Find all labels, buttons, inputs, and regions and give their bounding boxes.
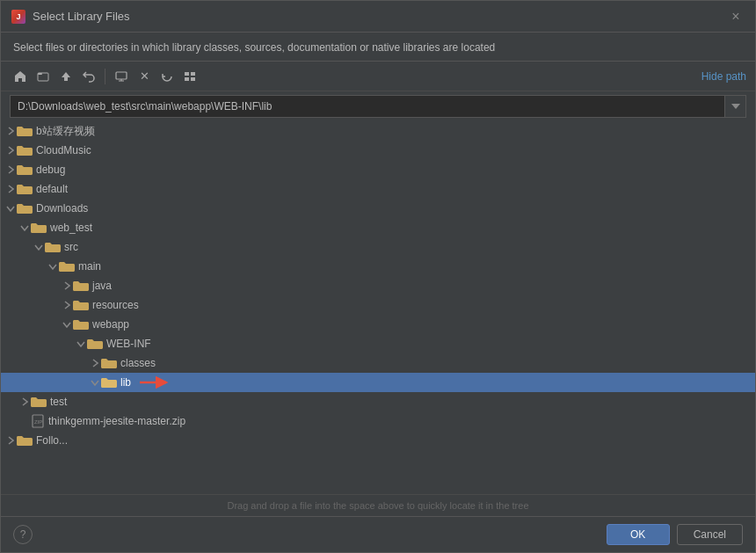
svg-rect-5 [185, 77, 189, 81]
tree-item[interactable]: main [1, 257, 755, 276]
toolbar-separator [105, 69, 105, 84]
up-button[interactable] [55, 66, 76, 87]
tree-item-label: src [64, 241, 78, 253]
tree-item-label: WEB-INF [106, 338, 151, 350]
chevron-icon [4, 433, 17, 447]
folder-icon [73, 280, 89, 292]
tree-item-label: thinkgemm-jeesite-master.zip [48, 415, 185, 427]
zip-icon: ZIP [31, 414, 45, 428]
folder-icon [73, 318, 89, 331]
svg-rect-2 [116, 72, 127, 79]
chevron-icon [88, 376, 102, 389]
folder-icon [31, 222, 47, 234]
chevron-icon [4, 143, 17, 157]
tree-item-label: classes [120, 357, 156, 369]
folder-icon [101, 376, 117, 389]
chevron-icon [61, 298, 73, 312]
folder-icon [101, 357, 117, 369]
folder-icon [17, 144, 33, 156]
chevron-icon [89, 356, 101, 370]
folder-icon [17, 164, 33, 176]
dialog-subtitle: Select files or directories in which lib… [1, 33, 755, 62]
tree-item[interactable]: debug [1, 160, 755, 179]
chevron-icon [46, 260, 60, 273]
toggle-view-button[interactable] [179, 66, 200, 87]
folder-icon [17, 434, 33, 447]
tree-item[interactable]: web_test [1, 218, 755, 237]
tree-item[interactable]: Downloads [1, 199, 755, 218]
tree-item[interactable]: classes [1, 353, 755, 373]
chevron-icon [4, 124, 17, 138]
selection-arrow [140, 375, 171, 389]
chevron-icon [18, 222, 32, 234]
path-input[interactable] [11, 100, 724, 113]
drag-hint: Drag and drop a file into the space abov… [1, 494, 755, 516]
title-bar-left: J Select Library Files [11, 10, 130, 24]
dialog-title: Select Library Files [33, 10, 130, 23]
path-dropdown-button[interactable] [724, 96, 745, 117]
folder-icon [17, 202, 33, 215]
tree-item[interactable]: test [1, 392, 755, 411]
new-folder-button[interactable] [33, 66, 54, 87]
title-bar: J Select Library Files × [1, 1, 755, 33]
tree-item[interactable]: b站缓存视频 [1, 121, 755, 141]
tree-item[interactable]: src [1, 237, 755, 257]
chevron-icon [4, 182, 17, 196]
chevron-icon [4, 163, 17, 177]
close-button[interactable]: × [727, 8, 745, 25]
tree-item[interactable]: ZIP thinkgemm-jeesite-master.zip [1, 411, 755, 431]
tree-item-label: debug [36, 164, 65, 176]
select-library-dialog: J Select Library Files × Select files or… [0, 0, 756, 553]
tree-item-label: java [92, 280, 112, 292]
back-button[interactable] [78, 66, 99, 87]
path-bar [10, 95, 746, 118]
tree-item[interactable]: java [1, 276, 755, 295]
svg-text:ZIP: ZIP [34, 419, 42, 425]
action-buttons: OK Cancel [607, 524, 743, 545]
cancel-button[interactable]: Cancel [677, 524, 743, 545]
folder-icon [17, 125, 33, 137]
desktop-button[interactable] [111, 66, 132, 87]
tree-item[interactable]: lib [1, 373, 755, 392]
chevron-icon [61, 279, 73, 293]
bottom-bar: ? OK Cancel [1, 516, 755, 552]
svg-rect-6 [191, 77, 195, 81]
home-button[interactable] [10, 66, 31, 87]
file-tree[interactable]: b站缓存视频 CloudMusic debug default Download… [1, 121, 755, 494]
chevron-icon [4, 202, 18, 215]
chevron-icon [18, 395, 31, 409]
tree-item-label: webapp [92, 318, 129, 331]
folder-icon [73, 299, 89, 311]
tree-item-label: test [50, 396, 67, 408]
tree-item-label: Follo... [36, 434, 68, 447]
tree-item-label: resources [92, 299, 139, 311]
toolbar: ✕ Hide path [1, 62, 755, 91]
refresh-button[interactable] [156, 66, 178, 87]
app-icon: J [11, 10, 25, 24]
tree-item-label: b站缓存视频 [36, 124, 95, 139]
tree-item[interactable]: default [1, 179, 755, 199]
tree-item-label: web_test [50, 222, 92, 234]
folder-icon [31, 396, 47, 408]
tree-item[interactable]: WEB-INF [1, 334, 755, 353]
tree-item-label: default [36, 183, 68, 195]
folder-icon [87, 338, 103, 350]
toolbar-buttons: ✕ [10, 66, 200, 87]
tree-item-label: Downloads [36, 202, 88, 215]
folder-icon [45, 241, 61, 253]
tree-item[interactable]: resources [1, 295, 755, 315]
svg-rect-4 [191, 72, 195, 76]
tree-item[interactable]: Follo... [1, 431, 755, 450]
tree-item[interactable]: CloudMusic [1, 141, 755, 160]
folder-icon [17, 183, 33, 195]
chevron-icon [60, 318, 74, 331]
svg-rect-3 [185, 72, 189, 76]
tree-item-label: lib [120, 376, 131, 389]
tree-item-label: CloudMusic [36, 144, 91, 156]
delete-button[interactable]: ✕ [134, 66, 155, 87]
chevron-icon [74, 338, 88, 350]
ok-button[interactable]: OK [607, 524, 670, 545]
tree-item[interactable]: webapp [1, 315, 755, 334]
hide-path-button[interactable]: Hide path [701, 70, 746, 83]
help-button[interactable]: ? [13, 525, 33, 544]
